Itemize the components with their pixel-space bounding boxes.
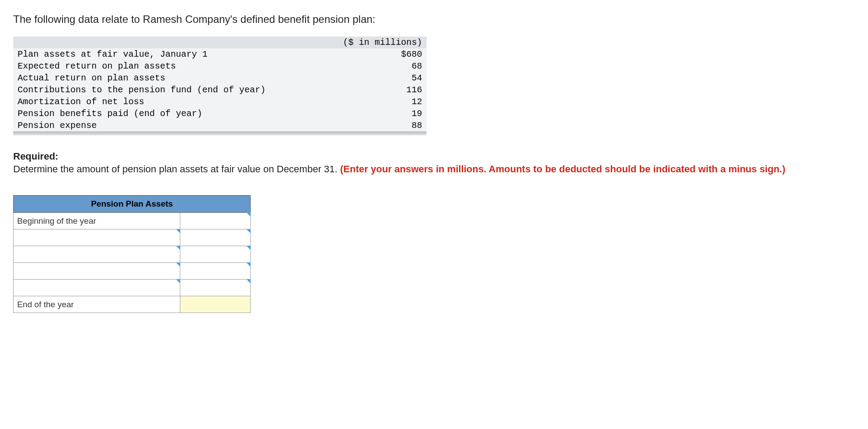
dropdown-indicator-icon	[246, 262, 251, 267]
required-text-black: Determine the amount of pension plan ass…	[13, 164, 340, 175]
data-row-value: 19	[321, 108, 427, 120]
answer-row-label-input-cell[interactable]	[14, 280, 180, 296]
answer-value-input[interactable]	[184, 282, 247, 293]
answer-row-label-input-cell[interactable]	[14, 246, 180, 263]
data-row-label: Pension expense	[13, 120, 321, 132]
data-row-label: Pension benefits paid (end of year)	[13, 108, 321, 120]
answer-table-header: Pension Plan Assets	[14, 196, 251, 213]
answer-row-value-input-cell[interactable]	[180, 229, 251, 246]
pension-data-table: ($ in millions) Plan assets at fair valu…	[13, 36, 427, 135]
data-row-value: 116	[321, 84, 427, 96]
answer-row-value-input-cell[interactable]	[180, 280, 251, 296]
required-instructions: Determine the amount of pension plan ass…	[13, 163, 855, 176]
answer-row-end-label: End of the year	[14, 296, 180, 313]
data-row-label: Contributions to the pension fund (end o…	[13, 84, 321, 96]
data-row-label: Amortization of net loss	[13, 96, 321, 108]
answer-row-beginning-label: Beginning of the year	[14, 213, 180, 229]
required-heading: Required:	[13, 151, 855, 162]
dropdown-indicator-icon	[176, 262, 180, 267]
answer-total-input[interactable]	[184, 299, 247, 310]
data-row-value: 88	[321, 120, 427, 132]
answer-label-input[interactable]	[17, 249, 176, 260]
data-row-label: Plan assets at fair value, January 1	[13, 48, 321, 60]
answer-row-value-input-cell[interactable]	[180, 246, 251, 263]
dropdown-indicator-icon	[246, 229, 251, 233]
data-row-value: 54	[321, 72, 427, 84]
dropdown-indicator-icon	[176, 229, 180, 233]
dropdown-indicator-icon	[246, 246, 251, 250]
required-text-red: (Enter your answers in millions. Amounts…	[340, 164, 786, 175]
problem-intro: The following data relate to Ramesh Comp…	[13, 13, 855, 25]
data-row-value: 68	[321, 60, 427, 72]
data-table-footer-bar	[13, 132, 427, 135]
answer-table: Pension Plan Assets Beginning of the yea…	[13, 195, 251, 313]
answer-row-label-input-cell[interactable]	[14, 229, 180, 246]
dropdown-indicator-icon	[176, 246, 180, 250]
answer-row-value-input-cell[interactable]	[180, 263, 251, 280]
answer-value-input[interactable]	[184, 215, 247, 226]
data-header-units: ($ in millions)	[321, 36, 427, 48]
data-row-label: Expected return on plan assets	[13, 60, 321, 72]
data-row-value: 12	[321, 96, 427, 108]
answer-value-input[interactable]	[184, 232, 247, 243]
answer-label-input[interactable]	[17, 282, 176, 293]
data-row-label: Actual return on plan assets	[13, 72, 321, 84]
dropdown-indicator-icon	[176, 279, 180, 284]
answer-row-label-input-cell[interactable]	[14, 263, 180, 280]
dropdown-indicator-icon	[246, 212, 251, 217]
answer-value-input[interactable]	[184, 265, 247, 276]
answer-label-input[interactable]	[17, 232, 176, 243]
answer-row-beginning-value[interactable]	[180, 213, 251, 229]
answer-value-input[interactable]	[184, 249, 247, 260]
dropdown-indicator-icon	[246, 279, 251, 284]
data-row-value: $680	[321, 48, 427, 60]
answer-label-input[interactable]	[17, 265, 176, 276]
answer-row-end-value[interactable]	[180, 296, 251, 313]
